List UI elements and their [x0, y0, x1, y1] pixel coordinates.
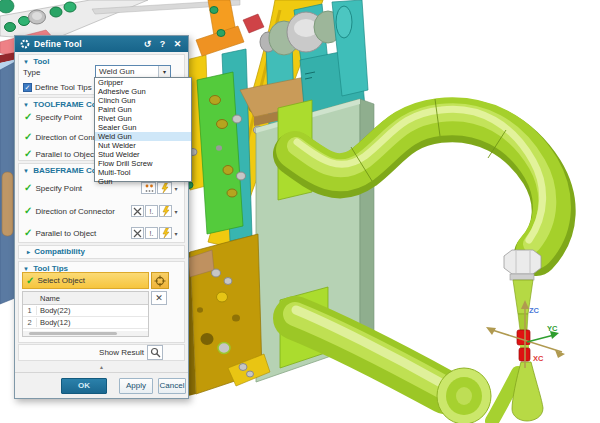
dropdown-option[interactable]: Sealer Gun [95, 123, 191, 132]
check-icon: ✓ [24, 183, 32, 193]
dropdown-option[interactable]: Flow Drill Screw [95, 159, 191, 168]
dialog-title: Define Tool [34, 39, 138, 49]
vector-dialog-button[interactable] [131, 227, 144, 239]
dropdown-option[interactable]: Gun [95, 177, 191, 186]
table-row[interactable]: 2 Body(12) [23, 317, 148, 329]
show-result-label: Show Result [99, 348, 144, 357]
remove-item-button[interactable]: ✕ [151, 291, 167, 305]
collapsed-triangle-icon: ▸ [27, 249, 30, 255]
check-icon: ✓ [24, 112, 32, 122]
define-tool-tips-checkbox[interactable]: ✓ [23, 83, 32, 92]
vector-snap-button[interactable] [159, 205, 172, 217]
inferred-vector-button[interactable]: !. [145, 227, 158, 239]
check-icon: ✓ [24, 228, 32, 238]
combobox-arrow-icon[interactable]: ▾ [158, 66, 170, 77]
dropdown-option[interactable]: Gripper [95, 78, 191, 87]
define-tool-dialog: Define Tool ↺ ? ✕ ▼ Tool Type Weld Gun ▾… [14, 35, 189, 399]
exclaim-icon: !. [150, 230, 154, 237]
ok-button[interactable]: OK [61, 378, 107, 394]
check-icon: ✓ [24, 132, 32, 142]
baseframe-direction[interactable]: Direction of Connector [35, 207, 115, 216]
reset-icon[interactable]: ↺ [142, 37, 153, 51]
dropdown-option-selected[interactable]: Weld Gun [95, 132, 191, 141]
magnifier-icon [150, 347, 161, 358]
dropdown-option[interactable]: Nut Welder [95, 141, 191, 150]
dropdown-option[interactable]: Paint Gun [95, 105, 191, 114]
dialog-button-bar: OK Apply Cancel [15, 372, 188, 399]
help-icon[interactable]: ? [157, 37, 168, 51]
crosshair-icon [154, 275, 166, 287]
crossed-arrows-icon [133, 229, 142, 238]
name-column-header: Name [37, 294, 148, 303]
checkbox-label: Define Tool Tips [35, 83, 92, 92]
axis-label-xc: XC [533, 354, 544, 363]
combobox-value: Weld Gun [96, 67, 158, 76]
dropdown-option[interactable]: Rivet Gun [95, 114, 191, 123]
expand-triangle-icon: ▼ [23, 168, 29, 174]
select-object-row[interactable]: ✓ Select Object [22, 272, 149, 289]
lightning-icon [162, 206, 170, 216]
coordinate-triad: ZC YC XC [486, 300, 565, 368]
baseframe-specify-point[interactable]: Specify Point [35, 184, 82, 193]
tool-type-dropdown-list: Gripper Adhesive Gun Clinch Gun Paint Gu… [94, 77, 192, 182]
scrollbar-thumb[interactable] [29, 332, 117, 335]
inferred-vector-button[interactable]: !. [145, 205, 158, 217]
options-arrow-icon[interactable]: ▾ [173, 208, 179, 215]
close-icon[interactable]: ✕ [172, 37, 183, 51]
olive-plate[interactable] [183, 234, 270, 396]
expand-triangle-icon: ▼ [23, 59, 29, 65]
tool-tips-table[interactable]: Name 1 Body(22) 2 Body(12) [22, 291, 149, 337]
type-label: Type [23, 68, 40, 77]
tool-tips-group: ▼ Tool Tips ✓ Select Object ✕ Name 1 Bod… [18, 261, 185, 343]
weld-gun-lower-arm[interactable] [295, 310, 518, 423]
check-icon: ✓ [24, 149, 32, 159]
apply-button[interactable]: Apply [119, 378, 153, 394]
cancel-button[interactable]: Cancel [158, 378, 186, 394]
compatibility-section-header[interactable]: ▸ Compatibility [27, 247, 85, 256]
show-result-button[interactable] [147, 345, 163, 360]
dropdown-option[interactable]: Clinch Gun [95, 96, 191, 105]
dropdown-option[interactable]: Multi-Tool [95, 168, 191, 177]
tool-section-header[interactable]: ▼ Tool [23, 57, 49, 66]
check-icon: ✓ [26, 276, 34, 286]
horizontal-scrollbar[interactable] [23, 331, 148, 336]
axis-label-zc: ZC [529, 306, 540, 315]
crossed-arrows-icon [133, 207, 142, 216]
table-header-row: Name [23, 292, 148, 305]
baseframe-parallel[interactable]: Parallel to Object [35, 229, 96, 238]
show-result-row: Show Result [18, 344, 185, 361]
select-object-label: Select Object [37, 276, 85, 285]
toolframe-parallel[interactable]: Parallel to Object [35, 150, 96, 159]
electrode-cap-upper [517, 330, 530, 345]
lightning-icon [162, 228, 170, 238]
table-row[interactable]: 1 Body(22) [23, 305, 148, 317]
vector-snap-button[interactable] [159, 227, 172, 239]
gear-icon [20, 39, 30, 49]
dropdown-option[interactable]: Stud Welder [95, 150, 191, 159]
dialog-titlebar[interactable]: Define Tool ↺ ? ✕ [15, 36, 188, 52]
options-arrow-icon[interactable]: ▾ [173, 230, 179, 237]
collapse-dialog-arrow[interactable]: ▲ [15, 364, 188, 370]
vector-dialog-button[interactable] [131, 205, 144, 217]
expand-triangle-icon: ▼ [23, 102, 29, 108]
axis-label-yc: YC [547, 324, 558, 333]
orange-frame[interactable] [196, 0, 264, 56]
compatibility-group: ▸ Compatibility [18, 245, 185, 259]
check-icon: ✓ [24, 206, 32, 216]
exclaim-icon: !. [150, 208, 154, 215]
toolframe-specify-point[interactable]: Specify Point [35, 113, 82, 122]
point-constructor-button[interactable] [151, 272, 169, 289]
dropdown-option[interactable]: Adhesive Gun [95, 87, 191, 96]
